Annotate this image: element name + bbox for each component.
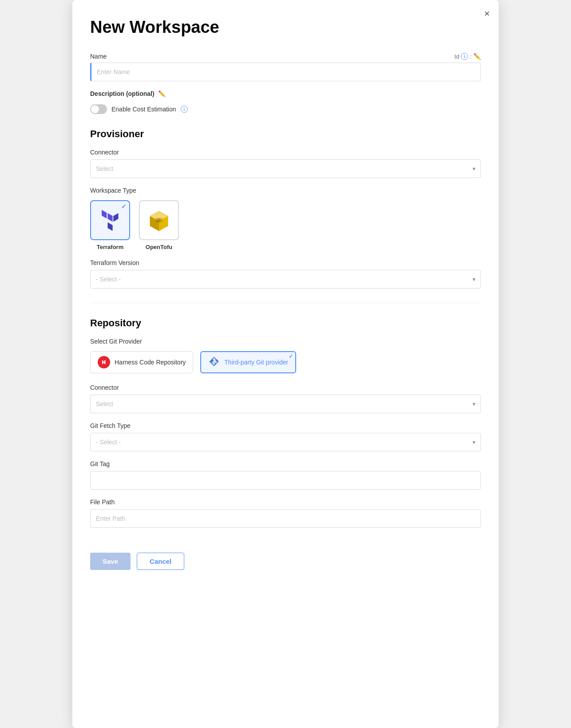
git-provider-options: Harness Code Repository git Third-party … [90,351,481,373]
harness-logo-svg [100,358,108,366]
provisioner-connector-select[interactable]: Select [90,159,481,178]
harness-icon [98,356,110,368]
modal-container: × New Workspace Name Id i : ✏️ Descripti… [72,0,499,728]
provisioner-section-title: Provisioner [90,128,481,140]
repo-connector-wrapper: Select ▾ [90,395,481,413]
git-provider-label: Select Git Provider [90,338,481,345]
opentofu-option-name: OpenTofu [146,244,172,250]
terraform-version-select[interactable]: - Select - [90,270,481,289]
opentofu-logo-svg [148,209,170,231]
git-logo-svg: git [209,357,219,368]
git-tag-label: Git Tag [90,460,481,467]
terraform-logo-svg [99,209,121,231]
id-edit-icon[interactable]: ✏️ [473,53,481,60]
provisioner-connector-label: Connector [90,149,481,156]
modal-title: New Workspace [90,18,481,37]
id-label-row: Id i : ✏️ [455,53,481,60]
harness-git-option-label: Harness Code Repository [115,359,186,366]
description-label-row: Description (optional) ✏️ [90,90,481,97]
description-label: Description (optional) [90,90,155,97]
repo-connector-select[interactable]: Select [90,395,481,413]
terraform-option-name: Terraform [97,244,123,250]
workspace-type-label: Workspace Type [90,187,481,194]
repository-section-title: Repository [90,317,481,329]
id-text: Id [455,53,460,60]
cost-estimation-info-icon[interactable]: i [181,106,188,113]
harness-git-option[interactable]: Harness Code Repository [90,351,193,373]
terraform-option-box[interactable] [90,200,130,240]
description-edit-icon[interactable]: ✏️ [158,90,166,97]
third-party-git-icon: git [208,356,220,368]
third-party-git-option-label: Third-party Git provider [224,359,288,366]
terraform-option[interactable]: Terraform [90,200,130,250]
git-fetch-type-label: Git Fetch Type [90,422,481,429]
git-fetch-type-select[interactable]: - Select - [90,433,481,451]
save-button[interactable]: Save [90,553,131,570]
opentofu-option[interactable]: OpenTofu [139,200,179,250]
svg-point-1 [158,219,160,222]
name-field-header: Name Id i : ✏️ [90,53,481,60]
repo-connector-label: Connector [90,384,481,391]
git-tag-input[interactable] [90,471,481,490]
terraform-version-label: Terraform Version [90,259,481,266]
third-party-git-option[interactable]: git Third-party Git provider [200,351,296,373]
cost-estimation-toggle[interactable] [90,104,107,114]
cost-estimation-row: Enable Cost Estimation i [90,104,481,114]
section-divider [90,303,481,303]
name-label: Name [90,53,107,60]
provisioner-connector-wrapper: Select ▾ [90,159,481,178]
id-info-icon[interactable]: i [461,53,468,60]
footer-buttons: Save Cancel [90,553,481,570]
id-separator: : [470,53,472,60]
file-path-label: File Path [90,499,481,506]
file-path-input[interactable] [90,509,481,528]
name-input[interactable] [90,63,481,81]
workspace-type-options: Terraform OpenTofu [90,200,481,250]
terraform-version-wrapper: - Select - ▾ [90,270,481,289]
git-fetch-type-wrapper: - Select - ▾ [90,433,481,451]
svg-text:git: git [212,360,216,364]
cancel-button[interactable]: Cancel [137,553,184,570]
opentofu-option-box[interactable] [139,200,179,240]
cost-estimation-label: Enable Cost Estimation [111,106,176,113]
close-button[interactable]: × [484,9,490,19]
